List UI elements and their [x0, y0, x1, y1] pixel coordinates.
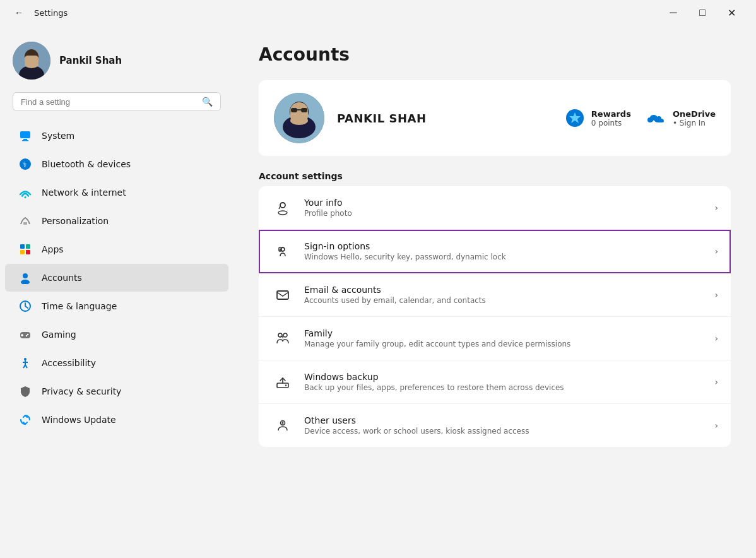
other-users-desc: Device access, work or school users, kio… [304, 427, 704, 436]
minimize-button[interactable]: ─ [659, 3, 688, 23]
svg-rect-12 [20, 244, 25, 249]
svg-rect-45 [277, 291, 288, 299]
svg-rect-13 [26, 244, 30, 249]
family-title: Family [304, 328, 704, 338]
sidebar-item-accounts[interactable]: Accounts [5, 264, 228, 292]
time-icon [18, 299, 33, 314]
rewards-title: Rewards [591, 109, 631, 119]
sign-in-content: Sign-in options Windows Hello, security … [304, 241, 704, 261]
account-avatar [274, 93, 324, 143]
bluetooth-icon: ⚕ [18, 157, 33, 172]
svg-line-40 [279, 206, 280, 209]
sidebar-item-bluetooth[interactable]: ⚕ Bluetooth & devices [5, 150, 228, 178]
settings-item-sign-in[interactable]: Sign-in options Windows Hello, security … [259, 230, 731, 273]
sidebar-item-privacy[interactable]: Privacy & security [5, 377, 228, 405]
svg-rect-6 [23, 139, 27, 140]
sidebar-item-gaming[interactable]: Gaming [5, 321, 228, 348]
onedrive-title: OneDrive [673, 109, 716, 119]
close-button[interactable]: ✕ [717, 3, 746, 23]
sidebar-item-update[interactable]: Windows Update [5, 406, 228, 434]
other-users-title: Other users [304, 415, 704, 425]
settings-item-family[interactable]: Family Manage your family group, edit ac… [259, 317, 731, 360]
rewards-service[interactable]: Rewards 0 points [565, 108, 631, 128]
onedrive-subtitle: • Sign In [673, 119, 716, 128]
settings-item-other-users[interactable]: Other users Device access, work or schoo… [259, 404, 731, 447]
network-icon [18, 185, 33, 200]
email-content: Email & accounts Accounts used by email,… [304, 285, 704, 305]
search-input[interactable] [21, 97, 197, 107]
other-users-chevron: › [714, 420, 718, 430]
sidebar-item-system[interactable]: System [5, 122, 228, 150]
maximize-button[interactable]: □ [688, 3, 717, 23]
sidebar-label-system: System [42, 131, 216, 141]
svg-rect-21 [21, 335, 23, 336]
app-title: Settings [34, 8, 68, 18]
settings-item-backup[interactable]: Windows backup Back up your files, apps,… [259, 360, 731, 404]
family-icon [271, 327, 294, 350]
svg-rect-7 [22, 140, 28, 141]
svg-point-50 [285, 384, 286, 386]
sidebar-label-network: Network & internet [42, 187, 216, 198]
rewards-info: Rewards 0 points [591, 109, 631, 128]
other-users-content: Other users Device access, work or schoo… [304, 415, 704, 436]
your-info-chevron: › [714, 203, 718, 213]
sign-in-desc: Windows Hello, security key, password, d… [304, 252, 704, 261]
settings-item-email[interactable]: Email & accounts Accounts used by email,… [259, 273, 731, 317]
privacy-icon [18, 384, 33, 399]
sign-in-title: Sign-in options [304, 241, 704, 251]
backup-chevron: › [714, 377, 718, 387]
svg-point-17 [21, 280, 30, 284]
settings-item-your-info[interactable]: Your info Profile photo › [259, 186, 731, 230]
svg-point-22 [27, 334, 28, 335]
sign-in-icon [271, 240, 294, 263]
title-bar: ← Settings ─ □ ✕ [0, 0, 756, 25]
svg-point-41 [278, 211, 287, 215]
sidebar-label-apps: Apps [42, 244, 216, 254]
svg-rect-36 [301, 108, 307, 112]
user-name: Pankil Shah [59, 55, 122, 66]
backup-icon [271, 371, 294, 393]
sidebar-label-time: Time & language [42, 301, 216, 311]
family-desc: Manage your family group, edit account t… [304, 340, 704, 348]
email-chevron: › [714, 290, 718, 300]
sidebar-label-accessibility: Accessibility [42, 358, 216, 368]
system-icon [18, 128, 33, 143]
onedrive-info: OneDrive • Sign In [673, 109, 716, 128]
rewards-subtitle: 0 points [591, 119, 631, 128]
search-box[interactable]: 🔍 [13, 92, 221, 111]
sidebar-item-time[interactable]: Time & language [5, 292, 228, 320]
sidebar-label-gaming: Gaming [42, 329, 216, 340]
svg-rect-48 [277, 383, 288, 388]
svg-point-24 [24, 358, 27, 360]
svg-point-23 [26, 335, 27, 336]
nav-list: System ⚕ Bluetooth & devices [0, 121, 233, 434]
your-info-content: Your info Profile photo [304, 198, 704, 218]
svg-point-53 [282, 422, 284, 424]
title-bar-left: ← Settings [10, 4, 68, 21]
svg-point-39 [280, 203, 285, 208]
svg-rect-14 [20, 250, 25, 254]
your-info-title: Your info [304, 198, 704, 208]
user-profile[interactable]: Pankil Shah [0, 35, 233, 92]
account-services: Rewards 0 points OneDrive • Sign In [565, 108, 716, 128]
main-content: Accounts PANKIL SHAH [233, 25, 756, 558]
sidebar-item-personalization[interactable]: Personalization [5, 207, 228, 235]
svg-rect-37 [297, 109, 301, 110]
svg-rect-11 [23, 222, 27, 225]
email-icon [271, 283, 294, 306]
sidebar-label-update: Windows Update [42, 415, 216, 425]
svg-point-47 [283, 333, 287, 337]
back-button[interactable]: ← [10, 4, 28, 21]
rewards-icon [565, 108, 585, 128]
svg-rect-15 [26, 250, 30, 254]
email-desc: Accounts used by email, calendar, and co… [304, 296, 704, 305]
sidebar-item-network[interactable]: Network & internet [5, 179, 228, 206]
sidebar-item-accessibility[interactable]: Accessibility [5, 349, 228, 377]
sidebar-label-accounts: Accounts [42, 273, 216, 283]
onedrive-service[interactable]: OneDrive • Sign In [646, 108, 716, 128]
svg-rect-5 [20, 131, 30, 138]
avatar [13, 42, 50, 80]
sidebar-item-apps[interactable]: Apps [5, 235, 228, 263]
your-info-desc: Profile photo [304, 209, 704, 218]
svg-point-10 [25, 196, 27, 198]
